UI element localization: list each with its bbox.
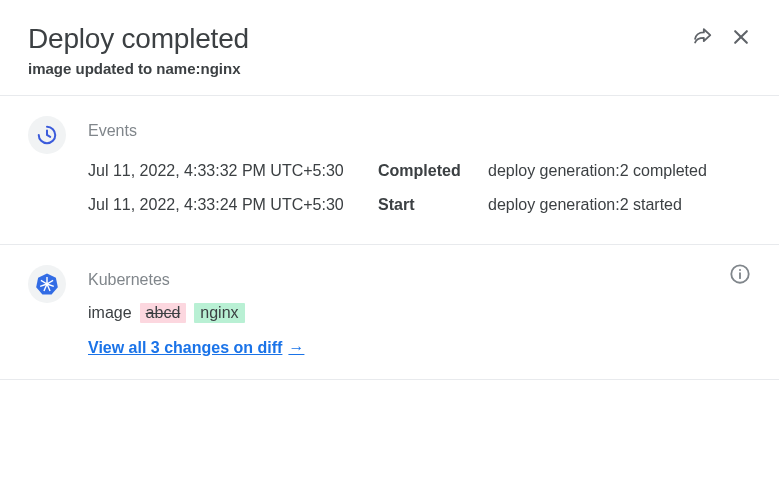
kubernetes-section: Kubernetes image abcd nginx View all 3 c…	[0, 245, 779, 380]
events-table: Jul 11, 2022, 4:33:32 PM UTC+5:30 Comple…	[88, 154, 751, 222]
page-title: Deploy completed	[28, 22, 691, 56]
page-subtitle: image updated to name:nginx	[28, 60, 691, 77]
share-button[interactable]	[691, 26, 713, 48]
event-status: Start	[378, 196, 488, 214]
event-status: Completed	[378, 162, 488, 180]
close-button[interactable]	[731, 27, 751, 47]
diff-new-value: nginx	[194, 303, 244, 323]
kubernetes-section-icon	[28, 265, 66, 303]
events-section: Events Jul 11, 2022, 4:33:32 PM UTC+5:30…	[0, 96, 779, 245]
kubernetes-label: Kubernetes	[88, 271, 751, 289]
event-row: Jul 11, 2022, 4:33:32 PM UTC+5:30 Comple…	[88, 154, 751, 188]
info-button[interactable]	[729, 263, 751, 289]
header-text: Deploy completed image updated to name:n…	[28, 22, 691, 77]
view-diff-text: View all 3 changes on diff	[88, 339, 282, 357]
event-time: Jul 11, 2022, 4:33:32 PM UTC+5:30	[88, 162, 378, 180]
panel-header: Deploy completed image updated to name:n…	[0, 0, 779, 96]
event-row: Jul 11, 2022, 4:33:24 PM UTC+5:30 Start …	[88, 188, 751, 222]
share-icon	[691, 26, 713, 48]
kubernetes-icon	[34, 271, 60, 297]
close-icon	[731, 27, 751, 47]
event-time: Jul 11, 2022, 4:33:24 PM UTC+5:30	[88, 196, 378, 214]
diff-line: image abcd nginx	[88, 303, 751, 323]
view-diff-link[interactable]: View all 3 changes on diff →	[88, 339, 304, 357]
info-icon	[729, 263, 751, 285]
diff-key: image	[88, 304, 132, 322]
event-message: deploy generation:2 started	[488, 196, 751, 214]
events-label: Events	[88, 122, 751, 140]
deploy-detail-panel: Deploy completed image updated to name:n…	[0, 0, 779, 380]
event-message: deploy generation:2 completed	[488, 162, 751, 180]
clock-icon	[36, 124, 58, 146]
arrow-right-icon: →	[288, 339, 304, 357]
kubernetes-body: Kubernetes image abcd nginx View all 3 c…	[88, 265, 751, 357]
header-actions	[691, 22, 751, 48]
svg-point-13	[739, 269, 741, 271]
diff-old-value: abcd	[140, 303, 187, 323]
events-section-icon	[28, 116, 66, 154]
events-body: Events Jul 11, 2022, 4:33:32 PM UTC+5:30…	[88, 116, 751, 222]
